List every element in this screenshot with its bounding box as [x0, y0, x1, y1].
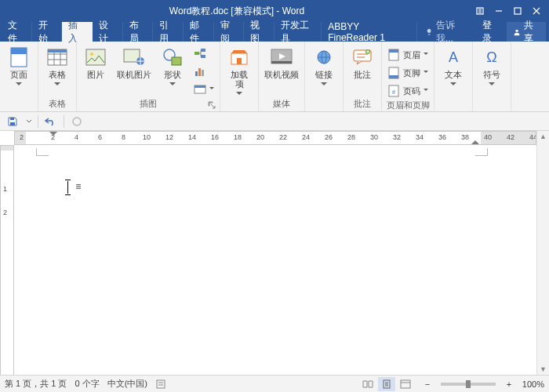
ruler-tick: 38	[461, 133, 469, 141]
chart-icon	[194, 65, 206, 78]
print-layout-button[interactable]	[378, 377, 395, 391]
qat-dropdown[interactable]	[25, 114, 33, 129]
track-changes-icon[interactable]	[155, 379, 166, 390]
text-cursor-area: ≡	[67, 181, 81, 194]
page-number-button[interactable]: #页码	[384, 82, 431, 100]
svg-rect-20	[195, 85, 205, 88]
tab-design[interactable]: 设计	[93, 22, 123, 42]
first-line-indent-marker[interactable]	[49, 132, 57, 138]
group-header-footer: 页眉 页脚 #页码 页眉和页脚	[382, 42, 434, 111]
tab-references[interactable]: 引用	[153, 22, 184, 42]
footer-label: 页脚	[403, 67, 420, 79]
zoom-slider[interactable]	[441, 383, 496, 386]
undo-button[interactable]	[43, 114, 59, 129]
tab-review[interactable]: 审阅	[214, 22, 245, 42]
web-layout-button[interactable]	[397, 377, 414, 391]
footer-button[interactable]: 页脚	[384, 64, 431, 82]
vertical-scrollbar[interactable]	[536, 131, 549, 375]
tab-mailings[interactable]: 邮件	[184, 22, 214, 42]
tab-abbyy[interactable]: ABBYY FineReader 1	[322, 22, 417, 42]
textbox-button[interactable]: A 文本	[437, 43, 470, 92]
ruler-tick: 32	[393, 133, 401, 141]
ruler-tick: 42	[507, 133, 514, 141]
page-canvas[interactable]: ≡	[14, 131, 536, 375]
online-video-button[interactable]: 联机视频	[261, 43, 302, 82]
ruler-tick: 16	[211, 133, 219, 141]
link-button[interactable]: 链接	[307, 43, 340, 92]
vertical-ruler[interactable]: 1 2	[0, 145, 14, 389]
lightbulb-icon	[425, 27, 433, 37]
group-media: 联机视频 媒体	[259, 42, 305, 111]
ribbon-tabs: 文件 开始 插入 设计 布局 引用 邮件 审阅 视图 开发工具 ABBYY Fi…	[0, 22, 549, 42]
store-icon	[228, 46, 250, 68]
header-icon	[387, 49, 400, 61]
table-label: 表格	[49, 70, 66, 79]
person-icon	[513, 27, 521, 37]
window-title: Word教程.doc [兼容模式] - Word	[3, 5, 471, 18]
close-button[interactable]	[527, 3, 546, 19]
group-illustrations-label: 插图	[79, 98, 217, 110]
tab-developer[interactable]: 开发工具	[274, 22, 322, 42]
tab-file[interactable]: 文件	[2, 22, 32, 42]
language-status[interactable]: 中文(中国)	[107, 378, 147, 390]
svg-text:A: A	[449, 49, 458, 65]
page-count-status[interactable]: 第 1 页，共 1 页	[5, 378, 67, 390]
ribbon-options-button[interactable]	[471, 3, 489, 19]
page-corner-left	[36, 148, 49, 156]
symbol-button[interactable]: Ω 符号	[475, 43, 508, 92]
group-comments: 批注 批注	[344, 42, 382, 111]
group-tables: 表格 表格	[38, 42, 77, 111]
minimize-button[interactable]	[489, 3, 508, 19]
header-button[interactable]: 页眉	[384, 46, 431, 64]
group-addins: 加载 项	[220, 42, 259, 111]
chevron-down-icon	[489, 82, 495, 89]
symbol-label: 符号	[483, 70, 500, 79]
cover-page-button[interactable]: 页面	[2, 43, 35, 92]
group-comments-label: 批注	[346, 97, 379, 110]
share-label: 共享	[524, 19, 540, 45]
table-icon	[46, 46, 68, 68]
read-mode-button[interactable]	[359, 377, 376, 391]
maximize-button[interactable]	[508, 3, 527, 19]
document-area: 1 2 ≡	[0, 131, 549, 375]
ruler-margin-top	[1, 146, 13, 151]
smartart-button[interactable]	[191, 45, 217, 62]
ruler-tick: 2	[3, 209, 7, 216]
view-buttons	[359, 377, 414, 391]
addins-button[interactable]: 加载 项	[223, 43, 256, 101]
zoom-in-button[interactable]: +	[504, 379, 514, 389]
group-links: 链接	[305, 42, 344, 111]
dialog-launcher-icon[interactable]	[208, 101, 216, 109]
horizontal-ruler[interactable]: 2 2 4 6 8 10 12 14 16 18 20 22 24 26 28 …	[14, 131, 536, 145]
right-indent-marker[interactable]	[471, 138, 479, 144]
ruler-tick: 18	[234, 133, 242, 141]
ruler-tick: 2	[20, 133, 24, 141]
zoom-level-status[interactable]: 100%	[522, 379, 544, 389]
online-pictures-button[interactable]: 联机图片	[114, 43, 155, 82]
screenshot-button[interactable]	[191, 81, 217, 98]
zoom-out-button[interactable]: −	[422, 379, 433, 389]
link-label: 链接	[315, 70, 333, 79]
chart-button[interactable]	[191, 63, 217, 80]
tab-insert[interactable]: 插入	[62, 22, 93, 42]
table-button[interactable]: 表格	[41, 43, 74, 92]
pictures-button[interactable]: 图片	[79, 43, 112, 82]
save-button[interactable]	[5, 114, 20, 129]
word-count-status[interactable]: 0 个字	[75, 378, 99, 390]
svg-rect-40	[157, 380, 165, 388]
shapes-button[interactable]: 形状	[156, 43, 189, 92]
svg-rect-22	[237, 58, 242, 64]
tab-layout[interactable]: 布局	[123, 22, 154, 42]
chevron-down-icon	[424, 89, 428, 93]
svg-rect-18	[202, 70, 204, 76]
svg-rect-17	[198, 68, 201, 76]
redo-button[interactable]	[69, 114, 85, 129]
svg-text:#: #	[392, 89, 396, 96]
share-button[interactable]: 共享	[507, 22, 546, 42]
status-bar: 第 1 页，共 1 页 0 个字 中文(中国) − + 100%	[0, 375, 549, 392]
tab-home[interactable]: 开始	[32, 22, 63, 42]
comment-button[interactable]: 批注	[346, 43, 379, 82]
chevron-down-icon	[321, 82, 327, 89]
tab-view[interactable]: 视图	[244, 22, 274, 42]
group-text: A 文本	[434, 42, 473, 111]
